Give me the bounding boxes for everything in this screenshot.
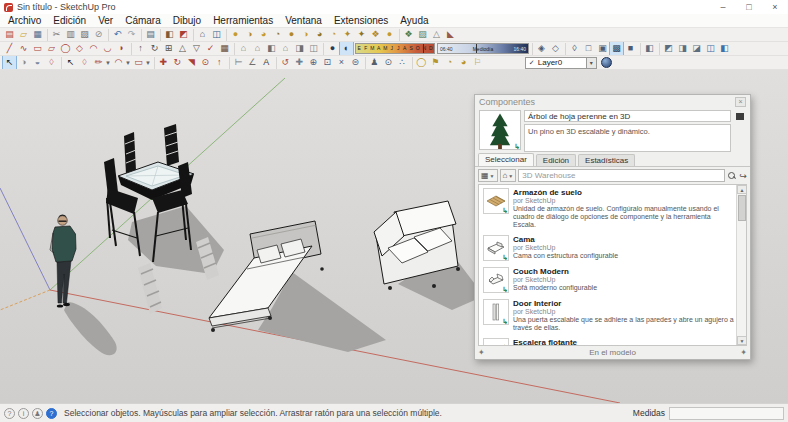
section-flag-icon[interactable]: ⚐: [471, 56, 484, 69]
plugin-11-icon[interactable]: ❖: [369, 28, 382, 41]
pushpull-tool-icon[interactable]: ↑: [213, 56, 226, 69]
zoom-window-icon[interactable]: ⊡: [321, 56, 334, 69]
component-list-item[interactable]: ↳Couch Modernpor SketchUpSofá moderno co…: [479, 264, 736, 296]
zoom-icon[interactable]: ⊕: [307, 56, 320, 69]
xray-icon[interactable]: ◈: [535, 42, 548, 55]
menu-ventana[interactable]: Ventana: [279, 14, 328, 28]
layer-combo-box[interactable]: ✓Layer0: [525, 57, 587, 69]
zoom-previous-icon[interactable]: ⊜: [349, 56, 362, 69]
component-list-item[interactable]: ↳Camapor SketchUpCama con estructura con…: [479, 232, 736, 264]
shaded-icon[interactable]: ▣: [596, 42, 609, 55]
rotated-rectangle-icon[interactable]: ▱: [45, 42, 58, 55]
line-icon[interactable]: ╱: [3, 42, 16, 55]
undo-icon[interactable]: ↶: [111, 28, 124, 41]
cut-icon[interactable]: ✂: [50, 28, 63, 41]
menu-camara[interactable]: Cámara: [119, 14, 167, 28]
freehand-icon[interactable]: ∿: [17, 42, 30, 55]
view-mode-button[interactable]: ▦▼: [478, 169, 498, 182]
front-view-icon[interactable]: ◨: [676, 42, 689, 55]
position-camera-icon[interactable]: ♟: [368, 56, 381, 69]
orbit-icon[interactable]: ↺: [279, 56, 292, 69]
circle-icon[interactable]: ◯: [59, 42, 72, 55]
line-dd-icon[interactable]: ✏: [92, 56, 105, 69]
tab-estadisticas[interactable]: Estadísticas: [578, 154, 635, 166]
component-name-field[interactable]: Árbol de hoja perenne en 3D: [524, 110, 731, 122]
zoom-extents-icon[interactable]: ×: [335, 56, 348, 69]
menu-ver[interactable]: Ver: [92, 14, 119, 28]
layer-dropdown-icon[interactable]: ▾: [587, 57, 597, 69]
scrollbar-thumb[interactable]: [738, 195, 746, 221]
paste-icon[interactable]: ▨: [78, 28, 91, 41]
advance-icon[interactable]: ↪: [739, 171, 747, 181]
plugin-4-icon[interactable]: ◔: [271, 28, 284, 41]
plugin-5-icon[interactable]: ●: [285, 28, 298, 41]
move-icon[interactable]: ✚: [157, 56, 170, 69]
stamp-icon[interactable]: ✓: [204, 42, 217, 55]
component-list-item[interactable]: ↳Armazón de suelopor SketchUpUnidad de a…: [479, 185, 736, 232]
scroll-down-icon[interactable]: ▼: [737, 336, 747, 345]
protractor-icon[interactable]: ∠: [246, 56, 259, 69]
shadow-settings-icon[interactable]: ◐: [340, 42, 353, 55]
look-around-icon[interactable]: ⊙: [382, 56, 395, 69]
polygon-icon[interactable]: ◇: [73, 42, 86, 55]
shaded-textures-icon[interactable]: ▩: [610, 42, 623, 55]
warehouse-icon[interactable]: ◫: [210, 28, 223, 41]
view-options-icon[interactable]: [736, 111, 744, 120]
menu-extensiones[interactable]: Extensiones: [328, 14, 394, 28]
building-3-icon[interactable]: ◧: [265, 42, 278, 55]
scrollbar[interactable]: ▲ ▼: [736, 185, 746, 345]
tab-edicion[interactable]: Edición: [536, 154, 576, 166]
shadow-date-slider[interactable]: EFMAMJJASOND: [355, 43, 435, 54]
menu-dibujo[interactable]: Dibujo: [167, 14, 207, 28]
copy-icon[interactable]: ▥: [64, 28, 77, 41]
from-contours-icon[interactable]: △: [176, 42, 189, 55]
drape-icon[interactable]: ▦: [218, 42, 231, 55]
rect-dd-icon[interactable]: ▭: [132, 56, 145, 69]
add-location-icon[interactable]: ❖: [402, 28, 415, 41]
component-description-field[interactable]: Un pino en 3D escalable y dinámico.: [524, 124, 731, 152]
info-icon[interactable]: i: [18, 408, 29, 419]
chevron-down-icon[interactable]: ▼: [145, 60, 151, 66]
tape-measure-icon[interactable]: ⊢: [232, 56, 245, 69]
top-view-icon[interactable]: ◩: [662, 42, 675, 55]
menu-archivo[interactable]: Archivo: [2, 14, 47, 28]
plugin-1-icon[interactable]: ●: [229, 28, 242, 41]
plugin-7-icon[interactable]: ◕: [313, 28, 326, 41]
toggle-shadows-icon[interactable]: ●: [326, 42, 339, 55]
maximize-button[interactable]: □: [736, 0, 762, 14]
plugin-10-icon[interactable]: ✦: [355, 28, 368, 41]
component-thumbnail[interactable]: ↳: [483, 235, 509, 261]
navigation-home-button[interactable]: ⌂▼: [500, 169, 517, 182]
rectangle-icon[interactable]: ▭: [31, 42, 44, 55]
offset-icon[interactable]: ⊞: [162, 42, 175, 55]
time-slider-handle[interactable]: [476, 44, 477, 53]
question-badge-icon[interactable]: ?: [46, 408, 57, 419]
arc-icon[interactable]: ◠: [87, 42, 100, 55]
right-view-icon[interactable]: ◪: [690, 42, 703, 55]
geolocation-icon[interactable]: ♟: [32, 408, 43, 419]
followme-icon[interactable]: ↻: [148, 42, 161, 55]
building-6-icon[interactable]: ◫: [307, 42, 320, 55]
components-panel-titlebar[interactable]: Componentes ×: [475, 95, 750, 108]
extension-warehouse-icon[interactable]: ◣: [444, 28, 457, 41]
close-button[interactable]: ×: [762, 0, 788, 14]
text-icon[interactable]: A: [260, 56, 273, 69]
back-edges-icon[interactable]: ◇: [549, 42, 562, 55]
lasso-icon[interactable]: ◑: [17, 56, 30, 69]
print-icon[interactable]: ▤: [144, 28, 157, 41]
walk-icon[interactable]: ∴: [396, 56, 409, 69]
menu-herramientas[interactable]: Herramientas: [207, 14, 279, 28]
plugin-9-icon[interactable]: ✦: [341, 28, 354, 41]
search-icon[interactable]: [727, 171, 737, 181]
chevron-down-icon[interactable]: ▼: [125, 60, 131, 66]
search-input[interactable]: [518, 169, 725, 182]
monochrome-icon[interactable]: ■: [624, 42, 637, 55]
section-fill-icon[interactable]: ⚑: [429, 56, 442, 69]
pushpull-icon[interactable]: ↑: [134, 42, 147, 55]
component-thumbnail[interactable]: ↳: [483, 188, 509, 214]
eraser-icon[interactable]: ◊: [45, 56, 58, 69]
save-icon[interactable]: ▦: [31, 28, 44, 41]
offset-tool-icon[interactable]: ⊙: [199, 56, 212, 69]
open-icon[interactable]: ▱: [17, 28, 30, 41]
arc-dd-icon[interactable]: ◠: [112, 56, 125, 69]
